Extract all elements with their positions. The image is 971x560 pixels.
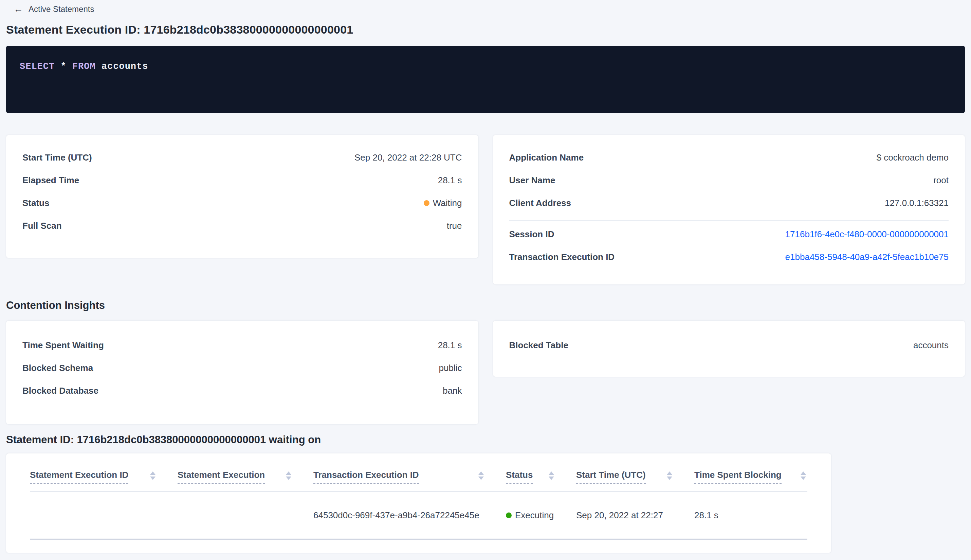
transaction-execution-id-row: Transaction Execution ID e1bba458-5948-4… (509, 252, 949, 262)
back-to-active-statements-link[interactable]: ← Active Statements (13, 4, 94, 14)
breadcrumb: ← Active Statements (6, 0, 965, 15)
column-label: Status (506, 469, 533, 484)
start-time-value: Sep 20, 2022 at 22:28 UTC (354, 152, 462, 163)
column-label: Start Time (UTC) (576, 469, 646, 484)
client-address-row: Client Address 127.0.0.1:63321 (509, 198, 949, 208)
column-label: Statement Execution (178, 469, 265, 484)
sort-arrows-icon[interactable] (801, 472, 806, 480)
full-scan-label: Full Scan (22, 220, 62, 231)
blocked-table-label: Blocked Table (509, 340, 568, 351)
sql-text: * (55, 62, 72, 72)
application-name-row: Application Name $ cockroach demo (509, 152, 949, 163)
sql-keyword: SELECT (20, 62, 55, 72)
column-header-start-time[interactable]: Start Time (UTC) (576, 453, 694, 492)
execution-overview-card: Start Time (UTC) Sep 20, 2022 at 22:28 U… (6, 135, 478, 258)
column-header-transaction-execution-id[interactable]: Transaction Execution ID (314, 453, 506, 492)
sql-keyword: FROM (72, 62, 96, 72)
contention-details-card: Time Spent Waiting 28.1 s Blocked Schema… (6, 321, 478, 424)
overview-cards-row: Start Time (UTC) Sep 20, 2022 at 22:28 U… (6, 135, 965, 284)
table-row: 64530d0c-969f-437e-a9b4-26a72245e45e Exe… (30, 492, 807, 539)
sort-arrows-icon[interactable] (667, 472, 672, 480)
transaction-execution-id-link[interactable]: e1bba458-5948-40a9-a42f-5feac1b10e75 (785, 252, 949, 262)
client-address-value: 127.0.0.1:63321 (885, 198, 949, 208)
sql-statement-text: SELECT * FROM accounts (20, 61, 951, 72)
blocked-database-value: bank (443, 385, 462, 396)
client-address-label: Client Address (509, 198, 571, 208)
start-time-label: Start Time (UTC) (22, 152, 92, 163)
contention-cards-row: Time Spent Waiting 28.1 s Blocked Schema… (6, 321, 965, 424)
status-text: Waiting (433, 198, 462, 208)
cell-status: Executing (506, 492, 576, 539)
statement-execution-details-page: ← Active Statements Statement Execution … (0, 0, 971, 553)
blocked-database-row: Blocked Database bank (22, 385, 462, 396)
elapsed-time-row: Elapsed Time 28.1 s (22, 175, 462, 186)
session-id-link[interactable]: 1716b1f6-4e0c-f480-0000-000000000001 (785, 229, 949, 240)
sort-arrows-icon[interactable] (549, 472, 554, 480)
cell-statement-execution (178, 492, 314, 539)
blocked-schema-row: Blocked Schema public (22, 362, 462, 373)
user-name-label: User Name (509, 175, 556, 186)
waiting-on-table: Statement Execution ID Statement Executi… (30, 453, 807, 540)
waiting-on-heading: Statement ID: 1716b218dc0b38380000000000… (6, 434, 965, 446)
start-time-row: Start Time (UTC) Sep 20, 2022 at 22:28 U… (22, 152, 462, 163)
application-name-label: Application Name (509, 152, 584, 163)
time-spent-waiting-row: Time Spent Waiting 28.1 s (22, 340, 462, 351)
status-label: Status (22, 198, 49, 208)
column-header-status[interactable]: Status (506, 453, 576, 492)
status-value: Waiting (424, 198, 462, 208)
elapsed-time-label: Elapsed Time (22, 175, 79, 186)
column-header-time-spent-blocking[interactable]: Time Spent Blocking (694, 453, 807, 492)
user-name-value: root (933, 175, 949, 186)
sql-text: accounts (96, 62, 148, 72)
cell-transaction-execution-id: 64530d0c-969f-437e-a9b4-26a72245e45e (314, 492, 506, 539)
card-divider (509, 220, 949, 221)
column-header-statement-execution[interactable]: Statement Execution (178, 453, 314, 492)
column-label: Time Spent Blocking (694, 469, 782, 484)
blocked-table-card: Blocked Table accounts (493, 321, 965, 377)
session-id-row: Session ID 1716b1f6-4e0c-f480-0000-00000… (509, 229, 949, 240)
blocked-database-label: Blocked Database (22, 385, 98, 396)
sort-arrows-icon[interactable] (150, 472, 155, 480)
time-spent-waiting-label: Time Spent Waiting (22, 340, 104, 351)
back-link-label: Active Statements (28, 4, 94, 14)
application-name-value: $ cockroach demo (877, 152, 949, 163)
cell-time-spent-blocking: 28.1 s (694, 492, 807, 539)
sort-arrows-icon[interactable] (286, 472, 291, 480)
cell-start-time: Sep 20, 2022 at 22:27 (576, 492, 694, 539)
cell-statement-execution-id (30, 492, 178, 539)
full-scan-row: Full Scan true (22, 220, 462, 231)
table-header-row: Statement Execution ID Statement Executi… (30, 453, 807, 492)
arrow-left-icon: ← (13, 5, 23, 13)
session-overview-card: Application Name $ cockroach demo User N… (493, 135, 965, 284)
column-label: Statement Execution ID (30, 469, 128, 484)
contention-insights-heading: Contention Insights (6, 299, 965, 312)
blocked-schema-label: Blocked Schema (22, 362, 93, 373)
sql-statement-box: SELECT * FROM accounts (6, 46, 965, 113)
full-scan-value: true (447, 220, 462, 231)
column-label: Transaction Execution ID (314, 469, 419, 484)
session-id-label: Session ID (509, 229, 554, 240)
status-row: Status Waiting (22, 198, 462, 208)
elapsed-time-value: 28.1 s (438, 175, 462, 186)
waiting-status-dot-icon (424, 200, 429, 206)
column-header-statement-execution-id[interactable]: Statement Execution ID (30, 453, 178, 492)
blocked-table-row: Blocked Table accounts (509, 340, 949, 351)
blocked-schema-value: public (439, 362, 462, 373)
page-title: Statement Execution ID: 1716b218dc0b3838… (6, 23, 965, 36)
time-spent-waiting-value: 28.1 s (438, 340, 462, 351)
blocked-table-value: accounts (913, 340, 949, 351)
user-name-row: User Name root (509, 175, 949, 186)
transaction-execution-id-label: Transaction Execution ID (509, 252, 615, 262)
waiting-on-table-card: Statement Execution ID Statement Executi… (6, 453, 831, 553)
executing-status-dot-icon (506, 512, 512, 518)
sort-arrows-icon[interactable] (478, 472, 484, 480)
status-text: Executing (515, 510, 554, 521)
